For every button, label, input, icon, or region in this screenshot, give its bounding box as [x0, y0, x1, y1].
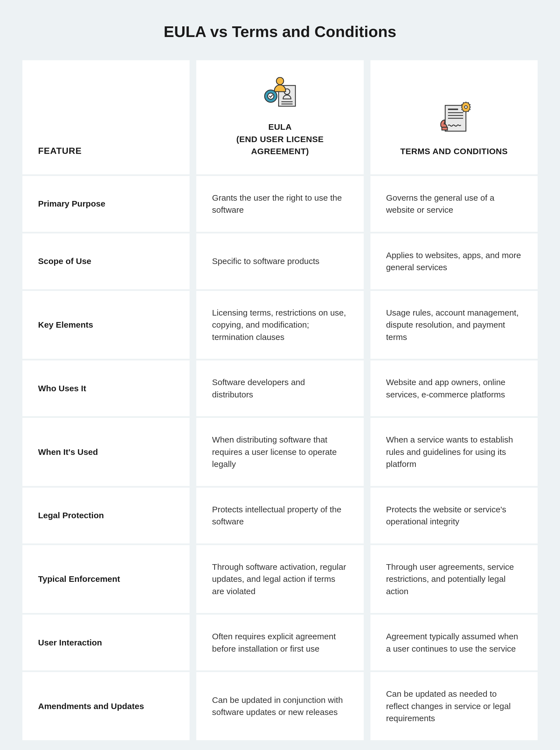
- table-row: Amendments and Updates Can be updated in…: [22, 672, 538, 740]
- eula-user-license-icon: [262, 77, 298, 111]
- row-eula: Often requires explicit agreement before…: [196, 615, 364, 670]
- row-eula: Protects intellectual property of the so…: [196, 488, 364, 544]
- table-row: Legal Protection Protects intellectual p…: [22, 488, 538, 544]
- row-terms: Usage rules, account management, dispute…: [370, 291, 538, 359]
- header-eula-line2: (END USER LICENSE AGREEMENT): [212, 133, 348, 158]
- svg-point-12: [464, 106, 467, 108]
- header-eula-line1: EULA: [212, 121, 348, 133]
- table-header-row: FEATURE: [22, 60, 538, 174]
- row-eula: Can be updated in conjunction with softw…: [196, 672, 364, 740]
- row-eula: Licensing terms, restrictions on use, co…: [196, 291, 364, 359]
- table-row: When It's Used When distributing softwar…: [22, 418, 538, 486]
- terms-document-icon: [436, 101, 472, 135]
- table-row: Primary Purpose Grants the user the righ…: [22, 176, 538, 232]
- row-feature: Legal Protection: [22, 488, 190, 544]
- row-terms: Protects the website or service's operat…: [370, 488, 538, 544]
- header-eula: EULA (END USER LICENSE AGREEMENT): [196, 60, 364, 174]
- row-feature: Key Elements: [22, 291, 190, 359]
- row-terms: When a service wants to establish rules …: [370, 418, 538, 486]
- page-title: EULA vs Terms and Conditions: [22, 22, 538, 41]
- svg-point-6: [268, 93, 274, 99]
- row-terms: Applies to websites, apps, and more gene…: [370, 234, 538, 289]
- header-feature: FEATURE: [22, 60, 190, 174]
- row-eula: Specific to software products: [196, 234, 364, 289]
- row-feature: Who Uses It: [22, 360, 190, 416]
- row-terms: Agreement typically assumed when a user …: [370, 615, 538, 670]
- row-terms: Website and app owners, online services,…: [370, 360, 538, 416]
- svg-rect-13: [442, 127, 448, 130]
- comparison-table: FEATURE: [22, 60, 538, 742]
- row-feature: Typical Enforcement: [22, 545, 190, 613]
- row-terms: Governs the general use of a website or …: [370, 176, 538, 232]
- row-eula: Through software activation, regular upd…: [196, 545, 364, 613]
- row-feature: User Interaction: [22, 615, 190, 670]
- table-row: Scope of Use Specific to software produc…: [22, 234, 538, 289]
- row-feature: Scope of Use: [22, 234, 190, 289]
- table-row: User Interaction Often requires explicit…: [22, 615, 538, 670]
- footer: websitepolicies.com WebsitePolicies: [22, 742, 538, 750]
- table-row: Who Uses It Software developers and dist…: [22, 360, 538, 416]
- table-row: Key Elements Licensing terms, restrictio…: [22, 291, 538, 359]
- header-terms-label: TERMS AND CONDITIONS: [400, 145, 507, 158]
- table-row: Typical Enforcement Through software act…: [22, 545, 538, 613]
- row-eula: Grants the user the right to use the sof…: [196, 176, 364, 232]
- row-terms: Through user agreements, service restric…: [370, 545, 538, 613]
- header-terms: TERMS AND CONDITIONS: [370, 60, 538, 174]
- row-feature: When It's Used: [22, 418, 190, 486]
- row-eula: When distributing software that requires…: [196, 418, 364, 486]
- row-terms: Can be updated as needed to reflect chan…: [370, 672, 538, 740]
- svg-point-4: [276, 77, 284, 85]
- row-feature: Primary Purpose: [22, 176, 190, 232]
- row-feature: Amendments and Updates: [22, 672, 190, 740]
- row-eula: Software developers and distributors: [196, 360, 364, 416]
